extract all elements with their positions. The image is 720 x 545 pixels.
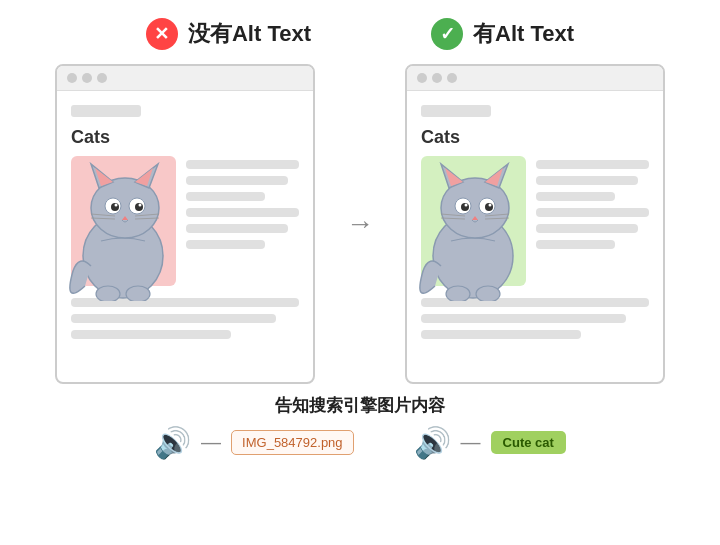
gline5 (536, 224, 638, 233)
gline4 (536, 208, 649, 217)
gdot2 (432, 73, 442, 83)
bad-main-row (71, 156, 299, 286)
good-browser-content: Cats (407, 91, 663, 349)
good-browser-bar (407, 66, 663, 91)
good-url-bar (421, 105, 491, 117)
bad-bottom-lines (71, 298, 299, 339)
gbline2 (421, 314, 626, 323)
bad-browser-bar (57, 66, 313, 91)
line1 (186, 160, 299, 169)
svg-point-37 (476, 286, 500, 301)
bad-url-bar (71, 105, 141, 117)
line2 (186, 176, 288, 185)
bad-dash: — (201, 431, 221, 454)
svg-point-29 (465, 204, 468, 207)
bad-icon: ✕ (146, 18, 178, 50)
gline3 (536, 192, 615, 201)
good-header-item: ✓ 有Alt Text (431, 18, 574, 50)
dot2 (82, 73, 92, 83)
line5 (186, 224, 288, 233)
good-dash: — (461, 431, 481, 454)
comparison-area: Cats (30, 64, 690, 384)
arrow-icon: → (346, 208, 374, 240)
bad-cat-image (63, 146, 183, 296)
gline6 (536, 240, 615, 249)
bottom-section: 告知搜索引擎图片内容 🔊 — IMG_584792.png 🔊 — Cute c… (30, 394, 690, 460)
gdot3 (447, 73, 457, 83)
bottom-row: 🔊 — IMG_584792.png 🔊 — Cute cat (30, 425, 690, 460)
good-lines (536, 160, 649, 249)
good-icon: ✓ (431, 18, 463, 50)
bad-header-item: ✕ 没有Alt Text (146, 18, 311, 50)
bad-cat-box (71, 156, 176, 286)
dot1 (67, 73, 77, 83)
svg-point-36 (446, 286, 470, 301)
bline2 (71, 314, 276, 323)
bad-label: 没有Alt Text (188, 19, 311, 49)
good-alt-item: 🔊 — Cute cat (414, 425, 566, 460)
bad-speaker-icon: 🔊 (154, 425, 191, 460)
svg-point-30 (489, 204, 492, 207)
bad-lines (186, 160, 299, 249)
gline1 (536, 160, 649, 169)
arrow-area: → (335, 208, 385, 240)
line6 (186, 240, 265, 249)
gbline3 (421, 330, 581, 339)
svg-point-18 (126, 286, 150, 301)
bad-browser: Cats (55, 64, 315, 384)
bottom-caption: 告知搜索引擎图片内容 (275, 394, 445, 417)
good-browser: Cats (405, 64, 665, 384)
line4 (186, 208, 299, 217)
gdot1 (417, 73, 427, 83)
line3 (186, 192, 265, 201)
bad-cats-label: Cats (71, 127, 299, 148)
bad-browser-content: Cats (57, 91, 313, 349)
gline2 (536, 176, 638, 185)
svg-point-17 (96, 286, 120, 301)
bad-alt-item: 🔊 — IMG_584792.png (154, 425, 353, 460)
good-cat-box (421, 156, 526, 286)
svg-point-10 (115, 204, 118, 207)
good-label: 有Alt Text (473, 19, 574, 49)
bline3 (71, 330, 231, 339)
good-cats-label: Cats (421, 127, 649, 148)
good-speaker-icon: 🔊 (414, 425, 451, 460)
good-main-row (421, 156, 649, 286)
bad-filename-badge: IMG_584792.png (231, 430, 353, 455)
svg-point-11 (139, 204, 142, 207)
good-bottom-lines (421, 298, 649, 339)
good-alt-badge: Cute cat (491, 431, 566, 454)
header: ✕ 没有Alt Text ✓ 有Alt Text (30, 18, 690, 50)
good-cat-image (413, 146, 533, 296)
dot3 (97, 73, 107, 83)
